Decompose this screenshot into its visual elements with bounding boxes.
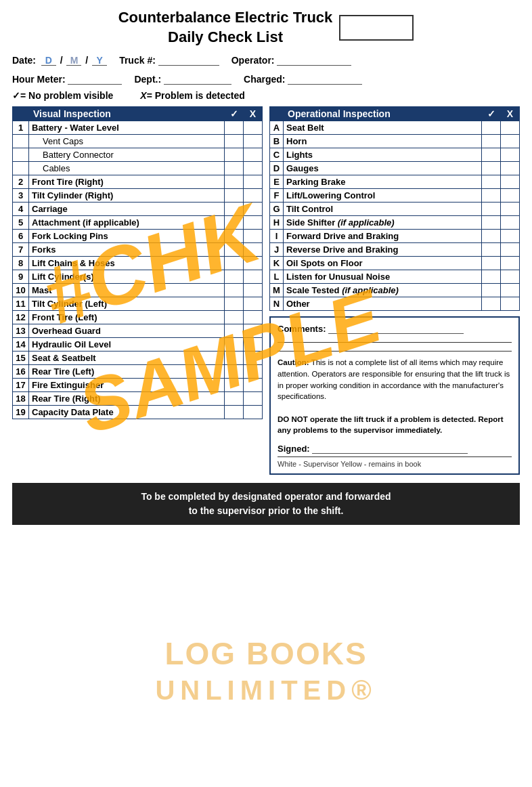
op-check-cell[interactable]	[482, 203, 501, 216]
op-row-label: Parking Brake	[284, 175, 482, 189]
visual-check-cell[interactable]	[225, 189, 244, 203]
op-check-cell[interactable]	[482, 230, 501, 243]
op-check-cell[interactable]	[482, 189, 501, 203]
charged-value[interactable]	[288, 74, 362, 85]
legend-x: X= Problem is detected	[140, 90, 244, 101]
signed-field[interactable]	[312, 443, 468, 454]
visual-check-cell[interactable]	[225, 324, 244, 338]
op-x-cell[interactable]	[501, 257, 520, 270]
visual-check-cell[interactable]	[225, 162, 244, 175]
visual-check-cell[interactable]	[225, 352, 244, 365]
hour-meter-value[interactable]	[68, 74, 122, 85]
op-check-cell[interactable]	[482, 257, 501, 270]
op-check-cell[interactable]	[482, 121, 501, 135]
visual-table-row: 2 Front Tire (Right)	[13, 175, 263, 189]
op-x-cell[interactable]	[501, 284, 520, 297]
op-row-letter: D	[270, 162, 284, 175]
visual-x-cell[interactable]	[244, 297, 263, 311]
visual-x-cell[interactable]	[244, 121, 263, 135]
truck-number-input-box[interactable]	[339, 15, 414, 41]
op-x-cell[interactable]	[501, 270, 520, 284]
visual-x-cell[interactable]	[244, 162, 263, 175]
op-check-cell[interactable]	[482, 216, 501, 230]
visual-x-cell[interactable]	[244, 189, 263, 203]
visual-check-cell[interactable]	[225, 121, 244, 135]
op-x-cell[interactable]	[501, 230, 520, 243]
op-check-cell[interactable]	[482, 175, 501, 189]
truck-number-value[interactable]	[158, 55, 219, 66]
visual-x-cell[interactable]	[244, 203, 263, 216]
visual-x-cell[interactable]	[244, 352, 263, 365]
visual-row-label: Mast	[29, 284, 225, 297]
date-year[interactable]: Y	[92, 55, 107, 66]
visual-x-cell[interactable]	[244, 379, 263, 392]
date-month[interactable]: M	[66, 55, 81, 66]
op-x-cell[interactable]	[501, 148, 520, 162]
visual-check-cell[interactable]	[225, 365, 244, 379]
visual-x-cell[interactable]	[244, 270, 263, 284]
visual-check-cell[interactable]	[225, 243, 244, 257]
op-x-cell[interactable]	[501, 162, 520, 175]
visual-check-cell[interactable]	[225, 230, 244, 243]
date-day[interactable]: D	[41, 55, 56, 66]
visual-x-cell[interactable]	[244, 135, 263, 148]
visual-x-cell[interactable]	[244, 324, 263, 338]
visual-x-cell[interactable]	[244, 257, 263, 270]
op-table-row: C Lights	[270, 148, 520, 162]
visual-check-cell[interactable]	[225, 175, 244, 189]
op-check-cell[interactable]	[482, 162, 501, 175]
operational-inspection-table: Operational Inspection ✓ X A Seat Belt B…	[269, 106, 520, 311]
op-x-cell[interactable]	[501, 243, 520, 257]
op-row-letter: K	[270, 257, 284, 270]
visual-row-label: Capacity Data Plate	[29, 406, 225, 419]
op-check-cell[interactable]	[482, 297, 501, 311]
visual-check-cell[interactable]	[225, 338, 244, 352]
op-x-cell[interactable]	[501, 135, 520, 148]
visual-check-cell[interactable]	[225, 311, 244, 324]
operator-value[interactable]	[277, 55, 351, 66]
visual-row-num	[13, 135, 29, 148]
visual-check-cell[interactable]	[225, 257, 244, 270]
visual-row-label: Attachment (if applicable)	[29, 216, 225, 230]
visual-x-cell[interactable]	[244, 338, 263, 352]
visual-check-cell[interactable]	[225, 392, 244, 406]
op-check-cell[interactable]	[482, 270, 501, 284]
op-check-cell[interactable]	[482, 135, 501, 148]
visual-x-cell[interactable]	[244, 284, 263, 297]
comments-line-field[interactable]	[328, 323, 464, 334]
visual-x-cell[interactable]	[244, 311, 263, 324]
op-x-cell[interactable]	[501, 175, 520, 189]
op-x-cell[interactable]	[501, 216, 520, 230]
op-x-cell[interactable]	[501, 203, 520, 216]
op-check-cell[interactable]	[482, 243, 501, 257]
visual-check-cell[interactable]	[225, 270, 244, 284]
visual-check-cell[interactable]	[225, 203, 244, 216]
visual-check-cell[interactable]	[225, 284, 244, 297]
visual-check-cell[interactable]	[225, 135, 244, 148]
visual-check-cell[interactable]	[225, 216, 244, 230]
op-x-cell[interactable]	[501, 189, 520, 203]
visual-x-cell[interactable]	[244, 175, 263, 189]
visual-row-num: 1	[13, 121, 29, 135]
visual-check-cell[interactable]	[225, 148, 244, 162]
op-x-cell[interactable]	[501, 297, 520, 311]
op-row-letter: H	[270, 216, 284, 230]
visual-x-cell[interactable]	[244, 148, 263, 162]
op-x-cell[interactable]	[501, 121, 520, 135]
visual-x-cell[interactable]	[244, 365, 263, 379]
visual-x-cell[interactable]	[244, 216, 263, 230]
visual-check-cell[interactable]	[225, 379, 244, 392]
visual-row-num: 3	[13, 189, 29, 203]
visual-check-cell[interactable]	[225, 406, 244, 419]
op-table-row: B Horn	[270, 135, 520, 148]
visual-x-cell[interactable]	[244, 243, 263, 257]
watermark-unlimited: UNLIMITED®	[0, 675, 532, 706]
op-check-cell[interactable]	[482, 284, 501, 297]
dept-value[interactable]	[164, 74, 231, 85]
page-title-line1: Counterbalance Electric Truck	[118, 8, 333, 28]
visual-check-cell[interactable]	[225, 297, 244, 311]
op-check-cell[interactable]	[482, 148, 501, 162]
visual-x-cell[interactable]	[244, 406, 263, 419]
visual-x-cell[interactable]	[244, 392, 263, 406]
visual-x-cell[interactable]	[244, 230, 263, 243]
